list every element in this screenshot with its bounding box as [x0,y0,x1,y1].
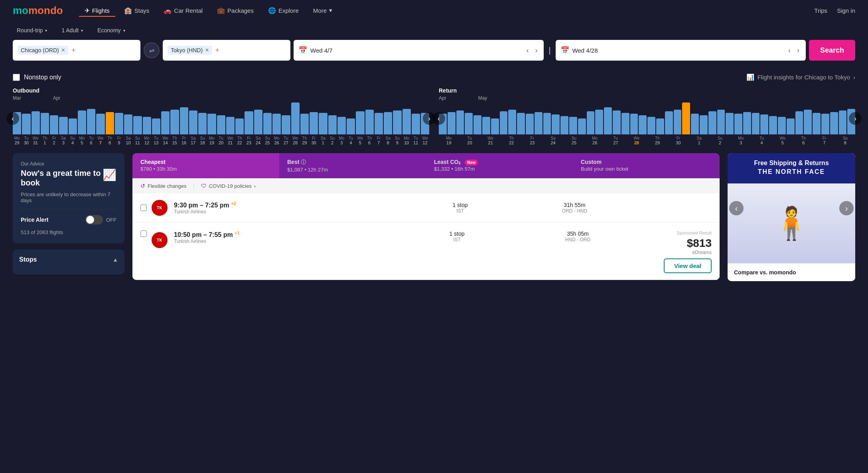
return-bar-19[interactable] [604,107,612,134]
return-bar-30[interactable] [700,115,708,134]
price-alert-toggle[interactable]: OFF [85,215,116,225]
outbound-bar-10[interactable] [106,112,114,134]
outbound-bar-28[interactable] [272,114,281,134]
return-bar-26[interactable] [665,111,673,134]
tab-cheapest[interactable]: Cheapest $780 • 33h 30m [132,153,279,178]
outbound-bar-15[interactable] [152,118,160,134]
return-bar-17[interactable] [587,111,595,134]
nav-item-explore[interactable]: 🌐 Explore [262,4,304,17]
depart-next-btn[interactable]: › [533,45,539,56]
outbound-bar-11[interactable] [115,113,123,134]
outbound-bar-30[interactable] [291,102,300,134]
return-bar-16[interactable] [578,118,586,134]
depart-date-input[interactable]: 📅 Wed 4/7 ‹ › [294,40,544,61]
flight-2-checkbox[interactable] [140,231,147,237]
outbound-bar-24[interactable] [235,118,244,134]
origin-input[interactable]: Chicago (ORD) × + [13,40,140,61]
return-bar-41[interactable] [795,111,803,134]
covid-policies-filter[interactable]: 🛡 COVID-19 policies › [201,183,256,189]
outbound-bar-18[interactable] [180,107,188,134]
outbound-bar-17[interactable] [170,110,179,134]
outbound-bar-34[interactable] [328,115,337,134]
return-bar-32[interactable] [717,110,725,134]
return-bar-36[interactable] [752,113,760,134]
return-bar-15[interactable] [569,117,577,134]
stops-header[interactable]: Stops ▲ [19,256,118,263]
return-bar-33[interactable] [726,113,734,134]
return-prev-btn[interactable]: ‹ [787,45,792,56]
outbound-bar-39[interactable] [375,113,383,134]
sign-in-link[interactable]: Sign in [837,7,855,14]
outbound-bar-6[interactable] [69,118,77,134]
return-bar-45[interactable] [830,112,838,134]
nav-item-car-rental[interactable]: 🚗 Car Rental [158,4,208,17]
return-bar-21[interactable] [621,113,629,134]
outbound-bar-19[interactable] [189,110,197,134]
outbound-bar-23[interactable] [226,117,235,134]
return-bar-39[interactable] [778,117,786,134]
return-bar-43[interactable] [813,113,821,134]
return-bar-22[interactable] [630,114,638,134]
tab-best[interactable]: Best ⓘ $1,087 • 12h 27m [279,153,426,178]
outbound-bar-38[interactable] [365,110,374,134]
outbound-bar-32[interactable] [310,112,318,134]
ad-next-btn[interactable]: › [839,201,854,215]
return-bar-29[interactable] [691,114,699,134]
flexible-changes-filter[interactable]: ↺ Flexible changes [140,183,187,189]
origin-add-icon[interactable]: + [71,46,76,55]
return-bar-24[interactable] [647,117,655,134]
return-bar-42[interactable] [804,110,812,134]
flight-1-checkbox[interactable] [140,205,147,211]
outbound-bar-2[interactable] [32,111,40,134]
outbound-bar-8[interactable] [87,109,95,134]
outbound-bar-33[interactable] [319,113,327,134]
outbound-bar-9[interactable] [96,114,105,134]
return-bar-1[interactable] [448,112,456,134]
outbound-bar-20[interactable] [198,113,207,134]
return-date-input[interactable]: 📅 Wed 4/28 ‹ › [556,40,806,61]
return-bar-35[interactable] [743,112,751,134]
return-bar-8[interactable] [508,110,516,134]
logo[interactable]: momondo [13,4,63,17]
tab-custom[interactable]: Custom Build your own ticket [573,153,720,178]
outbound-bar-40[interactable] [384,112,392,134]
return-bar-2[interactable] [456,110,464,134]
outbound-bar-31[interactable] [300,114,309,134]
search-button[interactable]: Search [809,40,855,61]
return-next-btn[interactable]: › [849,112,862,125]
outbound-bar-21[interactable] [207,114,216,134]
destination-add-icon[interactable]: + [215,46,219,55]
trips-link[interactable]: Trips [814,7,827,14]
outbound-bar-27[interactable] [263,113,272,134]
outbound-bar-22[interactable] [217,115,225,134]
return-bar-14[interactable] [560,116,568,134]
outbound-bar-12[interactable] [124,114,132,134]
nonstop-checkbox[interactable] [13,74,20,81]
return-bar-9[interactable] [517,113,525,134]
return-bar-6[interactable] [491,118,499,134]
trip-type-selector[interactable]: Round-trip ▾ [13,26,51,35]
passengers-selector[interactable]: 1 Adult ▾ [57,26,87,35]
nav-item-more[interactable]: More ▾ [308,4,338,16]
return-bar-18[interactable] [595,110,603,134]
view-deal-button[interactable]: View deal [664,258,712,273]
return-prev-btn[interactable]: ‹ [432,112,445,125]
ad-prev-btn[interactable]: ‹ [729,201,744,215]
outbound-bar-4[interactable] [50,115,58,134]
outbound-bar-25[interactable] [245,111,253,134]
outbound-bar-1[interactable] [22,114,30,134]
destination-input[interactable]: Tokyo (HND) × + [163,40,290,61]
return-bar-23[interactable] [639,115,647,134]
outbound-bar-37[interactable] [356,111,364,134]
return-bar-37[interactable] [760,114,768,134]
return-bar-31[interactable] [708,111,716,134]
return-bar-40[interactable] [787,118,795,134]
return-bar-12[interactable] [543,113,551,134]
outbound-bar-29[interactable] [282,115,290,134]
outbound-bar-3[interactable] [41,113,49,134]
nav-item-flights[interactable]: ✈ Flights [79,4,115,17]
destination-clear-icon[interactable]: × [205,47,209,54]
toggle-switch[interactable] [85,215,103,225]
return-bar-7[interactable] [500,111,508,134]
outbound-bar-26[interactable] [254,110,262,134]
